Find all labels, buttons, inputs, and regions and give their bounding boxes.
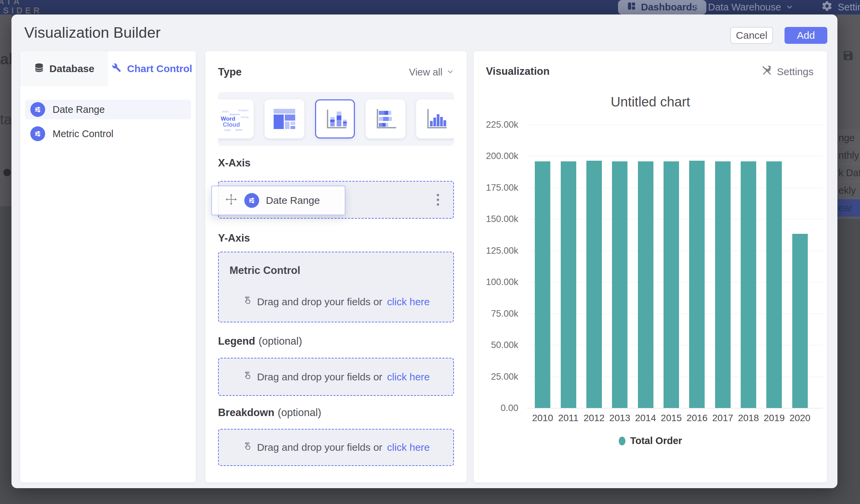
add-button[interactable]: Add	[785, 27, 827, 44]
drag-drop-text: Drag and drop your fields or	[257, 296, 383, 307]
click-here-link[interactable]: click here	[387, 296, 430, 307]
bar-slot	[761, 125, 787, 408]
builder-panel: Type View all nessAnalytics keywordminin…	[205, 51, 467, 483]
backdrop-bullet	[3, 169, 11, 176]
tools-icon	[112, 63, 121, 75]
x-tick-label: 2017	[710, 413, 736, 423]
control-sliders-icon	[30, 102, 45, 117]
backdrop-text-fragment: al	[0, 50, 12, 68]
chart-type-treemap[interactable]	[264, 99, 304, 139]
y-tick-label: 200.00k	[486, 151, 518, 161]
move-icon	[225, 193, 238, 208]
tab-chart-control[interactable]: Chart Control	[108, 51, 196, 86]
kebab-menu-icon[interactable]	[435, 192, 441, 208]
optional-label: (optional)	[278, 407, 321, 418]
modal-title: Visualization Builder	[24, 24, 160, 41]
nav-item-label: Data Warehouse	[708, 2, 781, 13]
database-icon	[34, 63, 44, 75]
y-axis-zone-title: Metric Control	[229, 264, 300, 277]
nav-item-settings[interactable]: Settings	[821, 0, 860, 14]
backdrop-menu-rows: nge nthly k Date ekly ear	[837, 129, 860, 217]
x-tick-label: 2012	[581, 413, 607, 423]
field-item-date-range[interactable]: Date Range	[25, 100, 191, 119]
y-tick-label: 225.00k	[486, 119, 518, 130]
backdrop-text-fragment: ta	[0, 112, 12, 128]
chart-type-column[interactable]	[416, 99, 454, 139]
tab-database[interactable]: Database	[20, 51, 108, 86]
svg-text:(tags): (tags)	[224, 128, 231, 131]
chevron-down-icon	[786, 2, 793, 13]
backdrop-row: nge	[837, 129, 860, 146]
legend-heading-label: Legend	[218, 335, 255, 347]
bar	[792, 234, 808, 408]
bar-slot	[736, 125, 761, 408]
bar-slot	[555, 125, 581, 408]
chart-settings-button[interactable]: Settings	[761, 65, 814, 78]
nav-item-label: Dashboards	[641, 2, 698, 13]
save-icon	[842, 49, 854, 63]
breakdown-heading-label: Breakdown	[218, 407, 274, 418]
x-tick-label: 2015	[658, 413, 684, 423]
breakdown-dropzone[interactable]: Drag and drop your fields or click here	[218, 429, 454, 466]
svg-text:Cloud: Cloud	[223, 121, 240, 128]
field-item-metric-control[interactable]: Metric Control	[25, 124, 191, 144]
svg-text:Analytics: Analytics	[238, 109, 248, 112]
chip-label: Date Range	[266, 195, 320, 206]
bar	[535, 161, 550, 408]
screen: DATA INSIDER Dashboards Data Warehouse S…	[0, 0, 860, 504]
x-tick-label: 2020	[787, 413, 813, 423]
legend-dropzone[interactable]: Drag and drop your fields or click here	[218, 358, 454, 396]
tab-label: Database	[49, 63, 94, 74]
y-tick-label: 125.00k	[486, 246, 518, 256]
view-all-button[interactable]: View all	[409, 67, 454, 78]
bar	[638, 161, 654, 408]
chart-title: Untitled chart	[474, 94, 827, 110]
backdrop-row: ekly	[837, 182, 860, 199]
nav-item-data-warehouse[interactable]: Data Warehouse	[693, 0, 793, 14]
visualization-heading: Visualization	[486, 66, 550, 77]
backdrop-left: al ta	[0, 14, 12, 206]
x-tick-label: 2019	[761, 413, 787, 423]
bar	[715, 161, 731, 408]
breakdown-heading: Breakdown(optional)	[218, 407, 454, 419]
gear-icon	[821, 0, 833, 14]
chart-type-word-cloud[interactable]: nessAnalytics keywordmining Word Cloud (…	[218, 99, 254, 139]
logo-line-1: DATA	[0, 0, 42, 6]
bar-slot	[581, 125, 607, 408]
app-logo: DATA INSIDER	[0, 0, 42, 15]
x-axis-heading: X-Axis	[218, 157, 454, 169]
bar	[561, 161, 576, 408]
chart-type-stacked-column[interactable]	[315, 99, 355, 139]
nav-item-label: Settings	[838, 2, 860, 13]
cancel-button[interactable]: Cancel	[730, 27, 773, 44]
dashboards-grid-icon	[627, 1, 636, 13]
bar-slot	[710, 125, 736, 408]
field-label: Metric Control	[53, 128, 114, 140]
svg-text:terms: terms	[235, 128, 242, 131]
bar	[766, 161, 782, 408]
visualization-builder-modal: Visualization Builder Cancel Add Databas…	[12, 14, 837, 488]
fields-panel-tabs: Database Chart Control	[20, 51, 196, 86]
logo-line-2: INSIDER	[0, 6, 42, 15]
bar	[663, 161, 679, 408]
x-tick-label: 2011	[555, 413, 581, 423]
click-here-link[interactable]: click here	[387, 371, 430, 383]
type-heading: Type	[218, 66, 242, 78]
click-here-link[interactable]: click here	[387, 442, 430, 453]
dragged-field-chip[interactable]: Date Range	[211, 186, 345, 215]
x-tick-label: 2013	[607, 413, 632, 423]
y-axis-dropzone[interactable]: Metric Control Drag and drop your fields…	[218, 252, 454, 322]
legend-series-label: Total Order	[630, 435, 682, 446]
gridline	[527, 408, 823, 408]
drag-drop-text: Drag and drop your fields or	[257, 442, 383, 453]
bar	[586, 161, 602, 408]
chart-type-stacked-bar[interactable]	[366, 99, 405, 139]
x-tick-label: 2018	[736, 413, 761, 423]
bar	[612, 161, 628, 408]
warehouse-database-icon	[693, 1, 703, 13]
top-nav: DATA INSIDER Dashboards Data Warehouse S…	[0, 0, 860, 14]
backdrop-right: nge nthly k Date ekly ear	[837, 14, 860, 219]
x-tick-label: 2016	[684, 413, 710, 423]
bar-slot	[632, 125, 658, 408]
tab-label: Chart Control	[127, 63, 192, 74]
